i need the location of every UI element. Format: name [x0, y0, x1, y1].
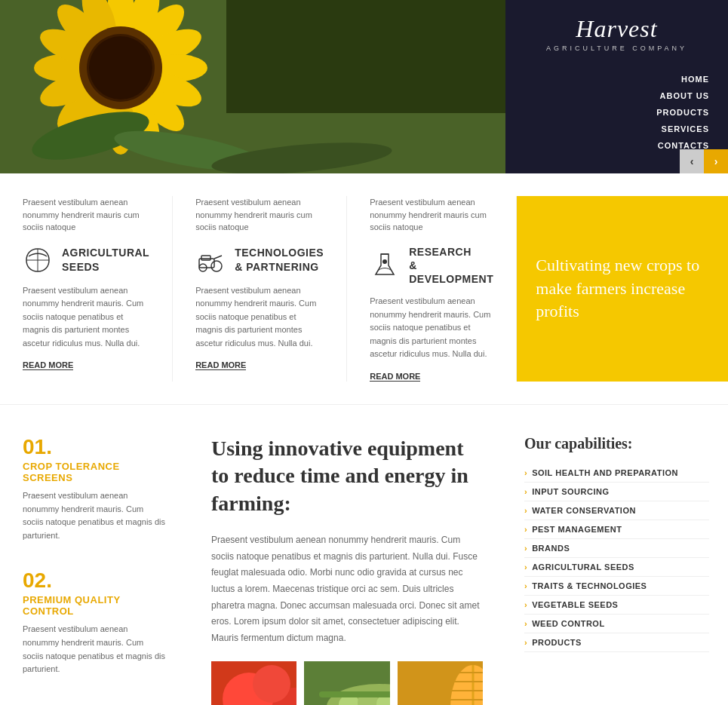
svg-rect-1	[226, 0, 505, 113]
svg-rect-39	[304, 661, 389, 705]
slider-arrows: ‹ ›	[680, 149, 728, 173]
feature-title-1: AGRICULTURALSEEDS	[62, 246, 149, 273]
read-more-3[interactable]: READ MORE	[370, 372, 420, 382]
nav-products[interactable]: PRODUCTS	[505, 104, 728, 121]
svg-point-41	[339, 694, 360, 705]
thumb-corn	[398, 661, 483, 705]
svg-rect-45	[319, 691, 389, 697]
tractor-icon	[195, 245, 226, 275]
header-right: Harvest AGRICULTURE COMPANY HOME ABOUT U…	[505, 0, 728, 173]
numbered-item-2: 02. PREMIUM QUALITYCONTROL Praesent vest…	[23, 569, 166, 676]
left-col: 01. CROP TOLERANCESCREENS Praesent vesti…	[0, 435, 189, 705]
feature-col-3: Praesent vestibulum aenean nonummy hendr…	[347, 196, 517, 382]
cap-item-7[interactable]: VEGETABLE SEEDS	[524, 596, 709, 615]
center-col: Using innovative equipment to reduce tim…	[189, 435, 505, 705]
nav-about[interactable]: ABOUT US	[505, 87, 728, 104]
feature-tagline-2: Praesent vestibulum aenean nonummy hendr…	[195, 196, 324, 234]
features-section: Praesent vestibulum aenean nonummy hendr…	[0, 173, 728, 405]
item-number-1: 01.	[23, 435, 166, 459]
cap-item-8[interactable]: WEED CONTROL	[524, 615, 709, 633]
slider-prev-button[interactable]: ‹	[680, 149, 704, 173]
svg-rect-26	[201, 256, 210, 260]
item-desc-1: Praesent vestibulum aenean nonummy hendr…	[23, 489, 166, 542]
research-icon	[370, 250, 400, 280]
svg-line-29	[214, 256, 222, 259]
seeds-icon	[23, 245, 53, 275]
image-grid	[211, 661, 483, 705]
feature-tagline-3: Praesent vestibulum aenean nonummy hendr…	[370, 196, 493, 234]
nav-services[interactable]: SERVICES	[505, 121, 728, 137]
item-number-2: 02.	[23, 569, 166, 593]
capabilities-list: SOIL HEALTH AND PREPARATION INPUT SOURCI…	[524, 464, 709, 652]
svg-point-33	[223, 673, 275, 705]
nav-menu: HOME ABOUT US PRODUCTS SERVICES CONTACTS	[505, 63, 728, 161]
center-heading: Using innovative equipment to reduce tim…	[211, 435, 483, 517]
svg-point-43	[376, 694, 389, 705]
item-title-2: PREMIUM QUALITYCONTROL	[23, 594, 166, 617]
company-name: AGRICULTURE COMPANY	[528, 44, 705, 52]
feature-col-2: Praesent vestibulum aenean nonummy hendr…	[173, 196, 347, 382]
cap-item-1[interactable]: INPUT SOURCING	[524, 483, 709, 501]
item-desc-2: Praesent vestibulum aenean nonummy hendr…	[23, 623, 166, 676]
svg-point-35	[253, 665, 290, 703]
right-col: Our capabilities: SOIL HEALTH AND PREPAR…	[505, 435, 728, 705]
cap-item-0[interactable]: SOIL HEALTH AND PREPARATION	[524, 464, 709, 483]
cap-item-3[interactable]: PEST MANAGEMENT	[524, 520, 709, 539]
feature-header-1: AGRICULTURALSEEDS	[23, 245, 149, 275]
thumb-peas	[304, 661, 389, 705]
svg-point-20	[89, 36, 152, 100]
read-more-1[interactable]: READ MORE	[23, 360, 73, 370]
feature-header-2: TECHNOLOGIES& PARTNERING	[195, 245, 324, 275]
svg-point-40	[327, 684, 389, 705]
svg-point-31	[382, 259, 387, 264]
numbered-item-1: 01. CROP TOLERANCESCREENS Praesent vesti…	[23, 435, 166, 542]
cap-item-6[interactable]: TRAITS & TECHNOLOGIES	[524, 577, 709, 596]
feature-title-2: TECHNOLOGIES& PARTNERING	[235, 246, 324, 273]
feature-desc-3: Praesent vestibulum aenean nonummy hendr…	[370, 295, 493, 361]
logo: Harvest	[528, 15, 705, 43]
highlight-box: Cultivating new crops to make farmers in…	[517, 196, 728, 382]
center-text: Praesent vestibulum aenean nonummy hendr…	[211, 532, 483, 646]
cap-item-9[interactable]: PRODUCTS	[524, 633, 709, 652]
svg-rect-46	[398, 661, 483, 705]
feature-desc-1: Praesent vestibulum aenean nonummy hendr…	[23, 284, 149, 351]
svg-point-28	[211, 261, 222, 271]
feature-title-3: RESEARCH& DEVELOPMENT	[409, 245, 493, 287]
slider-next-button[interactable]: ›	[704, 149, 728, 173]
thumb-tomatoes	[211, 661, 296, 705]
highlight-text: Cultivating new crops to make farmers in…	[536, 254, 720, 323]
capabilities-title: Our capabilities:	[524, 435, 709, 452]
svg-rect-32	[211, 661, 296, 705]
feature-tagline-1: Praesent vestibulum aenean nonummy hendr…	[23, 196, 149, 234]
hero-image	[0, 0, 505, 173]
logo-area: Harvest AGRICULTURE COMPANY	[505, 0, 728, 63]
cap-item-4[interactable]: BRANDS	[524, 539, 709, 558]
nav-home[interactable]: HOME	[505, 71, 728, 87]
svg-point-34	[272, 688, 296, 705]
cap-item-2[interactable]: WATER CONSERVATION	[524, 501, 709, 520]
svg-point-42	[358, 692, 379, 705]
main-content: 01. CROP TOLERANCESCREENS Praesent vesti…	[0, 405, 728, 705]
item-title-1: CROP TOLERANCESCREENS	[23, 461, 166, 483]
feature-desc-2: Praesent vestibulum aenean nonummy hendr…	[195, 284, 324, 351]
svg-point-47	[450, 665, 483, 705]
cap-item-5[interactable]: AGRICULTURAL SEEDS	[524, 558, 709, 577]
read-more-2[interactable]: READ MORE	[195, 360, 246, 370]
feature-header-3: RESEARCH& DEVELOPMENT	[370, 245, 493, 287]
feature-col-1: Praesent vestibulum aenean nonummy hendr…	[0, 196, 173, 382]
header: Harvest AGRICULTURE COMPANY HOME ABOUT U…	[0, 0, 728, 173]
